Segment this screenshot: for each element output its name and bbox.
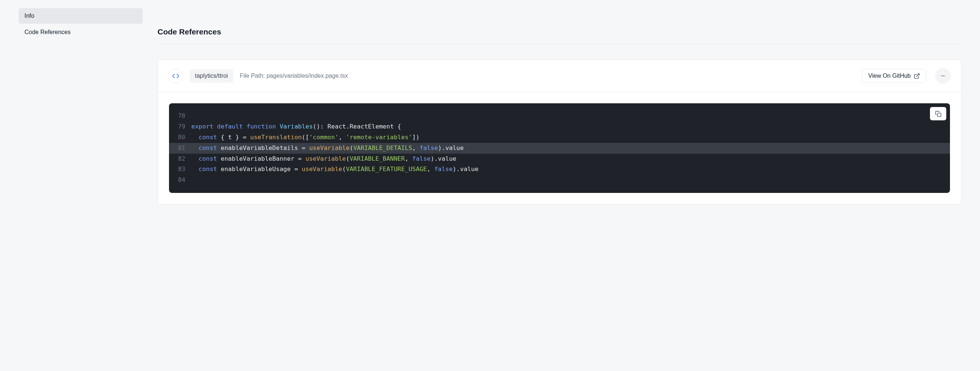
code-line: 79export default function Variables(): R… [169,121,950,132]
code-block: 7879export default function Variables():… [169,103,950,193]
copy-icon [935,111,942,117]
card-header: taplytics/ttroi File Path: pages/variabl… [158,60,961,92]
main-content: Code References taplytics/ttroi File Pat… [158,8,961,205]
code-line: 83 const enableVariableUsage = useVariab… [169,164,950,175]
line-content: const enableVariableBanner = useVariable… [191,154,465,164]
code-line: 80 const { t } = useTranslation(['common… [169,132,950,143]
view-on-github-button[interactable]: View On GitHub [862,69,926,83]
sidebar: InfoCode References [19,8,143,205]
file-path-label: File Path: [240,73,265,79]
copy-button[interactable] [930,107,946,120]
file-path: File Path: pages/variables/index.page.ts… [240,73,856,79]
card-body: 7879export default function Variables():… [158,92,961,204]
file-path-value: pages/variables/index.page.tsx [267,73,348,79]
sidebar-item-code-references[interactable]: Code References [19,24,143,40]
line-number: 83 [169,164,191,175]
github-button-label: View On GitHub [869,73,911,79]
code-line: 84 [169,175,950,186]
external-link-icon [914,73,920,79]
sidebar-item-info[interactable]: Info [19,8,143,24]
code-icon [168,68,183,83]
svg-rect-2 [937,113,941,116]
code-line: 78 [169,111,950,121]
line-content: export default function Variables(): Rea… [191,121,410,132]
section-heading: Code References [158,8,961,44]
collapse-button[interactable] [935,68,951,84]
line-number: 81 [169,143,191,154]
code-reference-card: taplytics/ttroi File Path: pages/variabl… [158,60,961,205]
code-line: 82 const enableVariableBanner = useVaria… [169,154,950,164]
line-content: const { t } = useTranslation(['common', … [191,132,428,143]
minus-icon [940,73,946,79]
line-number: 84 [169,175,191,186]
line-content [191,111,200,121]
line-number: 79 [169,121,191,132]
svg-line-0 [916,74,919,77]
line-content: const enableVariableUsage = useVariable(… [191,164,487,175]
line-number: 78 [169,111,191,121]
line-number: 82 [169,154,191,164]
line-content: const enableVariableDetails = useVariabl… [191,143,473,154]
line-content [191,175,200,186]
code-line: 81 const enableVariableDetails = useVari… [169,143,950,154]
repo-chip[interactable]: taplytics/ttroi [190,69,233,82]
line-number: 80 [169,132,191,143]
